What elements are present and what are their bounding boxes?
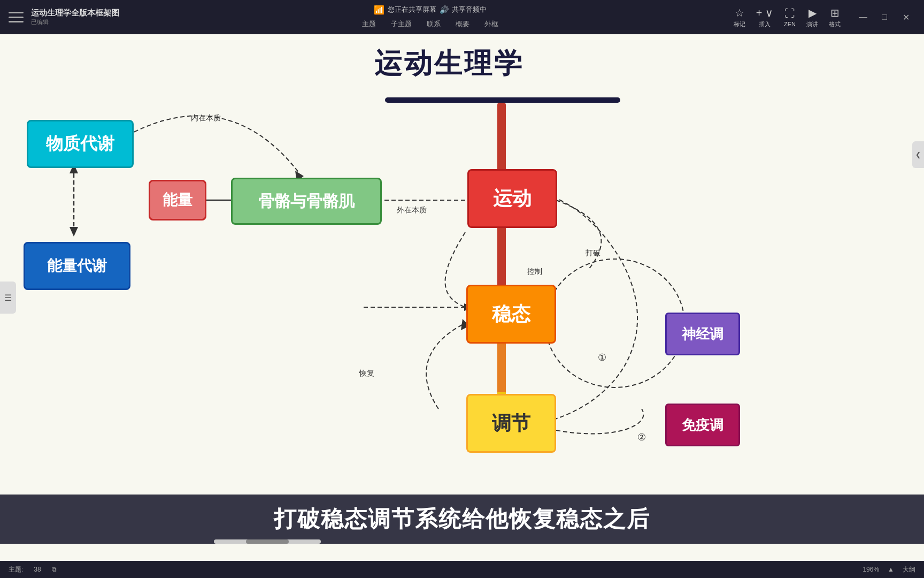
horizontal-scrollbar[interactable] bbox=[214, 539, 321, 544]
toolbar-zen[interactable]: ⛶ ZEN bbox=[784, 7, 796, 27]
minimize-button[interactable]: — bbox=[856, 10, 871, 25]
topic-label: 主题: bbox=[9, 565, 23, 574]
topbar-left: 运动生理学全版本框架图 已编辑 bbox=[0, 8, 139, 26]
zoom-up-icon[interactable]: ▲ bbox=[888, 566, 894, 573]
topbar-nav: 主题 子主题 联系 概要 外框 bbox=[362, 18, 498, 30]
topbar-status: 📶 您正在共享屏幕 🔊 共享音频中 bbox=[374, 5, 487, 15]
zen-icon: ⛶ bbox=[784, 7, 795, 20]
right-panel-toggle[interactable]: ❮ bbox=[912, 141, 924, 168]
nav-item-link[interactable]: 联系 bbox=[427, 18, 441, 30]
bookmark-label: 标记 bbox=[734, 20, 745, 28]
copy-icon: ⧉ bbox=[52, 566, 57, 573]
maximize-button[interactable]: □ bbox=[877, 10, 892, 25]
canvas-area[interactable]: 运动生理学 物质代谢 能量 能量代谢 骨骼与骨骼肌 运动 稳态 调节 神经调 免… bbox=[0, 34, 924, 561]
box-tiaojie[interactable]: 调节 bbox=[466, 394, 556, 453]
present-label: 演讲 bbox=[806, 20, 818, 28]
format-label: 格式 bbox=[829, 20, 841, 28]
share-screen-text: 您正在共享屏幕 bbox=[388, 5, 436, 14]
left-panel-toggle[interactable]: ☰ bbox=[0, 282, 16, 314]
label-kongzhi: 控制 bbox=[527, 267, 542, 277]
insert-label: 插入 bbox=[759, 20, 771, 28]
topic-count: 38 bbox=[34, 566, 41, 573]
label-neizai: 内在本质 bbox=[191, 113, 221, 123]
box-guge[interactable]: 骨骼与骨骼肌 bbox=[231, 178, 382, 225]
toolbar-insert[interactable]: + ∨ 插入 bbox=[756, 6, 773, 28]
nav-item-subtopic[interactable]: 子主题 bbox=[391, 18, 412, 30]
app-title: 运动生理学全版本框架图 bbox=[31, 8, 119, 18]
box-nengliangdaixie[interactable]: 能量代谢 bbox=[24, 242, 130, 290]
subtitle-band: 打破稳态调节系统给他恢复稳态之后 bbox=[0, 495, 924, 544]
window-controls: — □ ✕ bbox=[856, 10, 913, 25]
present-icon: ▶ bbox=[808, 6, 817, 19]
label-dapo: 打破 bbox=[586, 248, 600, 258]
box-mianyidiao[interactable]: 免疫调 bbox=[665, 404, 740, 446]
share-audio-text: 共享音频中 bbox=[452, 5, 487, 14]
bookmark-icon: ☆ bbox=[735, 6, 744, 19]
chevron-left-icon: ❮ bbox=[915, 151, 921, 158]
box-wentai[interactable]: 稳态 bbox=[466, 285, 556, 344]
toolbar-format[interactable]: ⊞ 格式 bbox=[829, 6, 841, 28]
box-nengliang[interactable]: 能量 bbox=[149, 180, 206, 220]
zoom-level: 196% bbox=[863, 566, 879, 573]
label-num1: ① bbox=[598, 352, 606, 363]
map-title: 运动生理学 bbox=[374, 45, 524, 82]
zen-label: ZEN bbox=[784, 21, 796, 27]
box-yundong[interactable]: 运动 bbox=[467, 169, 557, 228]
svg-marker-1 bbox=[70, 227, 78, 237]
bottombar: 主题: 38 ⧉ 196% ▲ 大纲 bbox=[0, 561, 924, 578]
insert-icon: + ∨ bbox=[756, 6, 773, 19]
box-wuzhi[interactable]: 物质代谢 bbox=[27, 120, 134, 168]
close-button[interactable]: ✕ bbox=[898, 10, 913, 25]
list-icon: ☰ bbox=[4, 293, 12, 303]
toolbar-bookmark[interactable]: ☆ 标记 bbox=[734, 6, 745, 28]
box-shenjing[interactable]: 神经调 bbox=[665, 313, 740, 355]
scrollbar-thumb[interactable] bbox=[246, 539, 289, 544]
topbar-center: 📶 您正在共享屏幕 🔊 共享音频中 主题 子主题 联系 概要 外框 bbox=[139, 5, 721, 30]
signal-icon: 📶 bbox=[374, 5, 384, 15]
speaker-icon: 🔊 bbox=[440, 5, 449, 14]
nav-item-summary[interactable]: 概要 bbox=[456, 18, 469, 30]
menu-icon[interactable] bbox=[9, 12, 24, 22]
format-icon: ⊞ bbox=[830, 6, 840, 19]
label-huifu: 恢复 bbox=[359, 369, 374, 378]
svg-point-9 bbox=[545, 259, 684, 387]
nav-item-topic[interactable]: 主题 bbox=[362, 18, 376, 30]
bottombar-right: 196% ▲ 大纲 bbox=[863, 565, 915, 574]
outline-label[interactable]: 大纲 bbox=[903, 565, 915, 574]
topbar-right: ☆ 标记 + ∨ 插入 ⛶ ZEN ▶ 演讲 ⊞ 格式 — □ ✕ bbox=[721, 6, 924, 28]
subtitle-text: 打破稳态调节系统给他恢复稳态之后 bbox=[182, 504, 742, 534]
title-underline bbox=[385, 97, 620, 103]
arrows-overlay bbox=[0, 34, 924, 561]
toolbar-present[interactable]: ▶ 演讲 bbox=[806, 6, 818, 28]
label-waizai: 外在本质 bbox=[397, 206, 427, 215]
app-title-block: 运动生理学全版本框架图 已编辑 bbox=[31, 8, 119, 26]
nav-item-frame[interactable]: 外框 bbox=[484, 18, 498, 30]
label-num2: ② bbox=[637, 431, 646, 443]
topbar: 运动生理学全版本框架图 已编辑 📶 您正在共享屏幕 🔊 共享音频中 主题 子主题… bbox=[0, 0, 924, 34]
app-subtitle: 已编辑 bbox=[31, 18, 119, 26]
